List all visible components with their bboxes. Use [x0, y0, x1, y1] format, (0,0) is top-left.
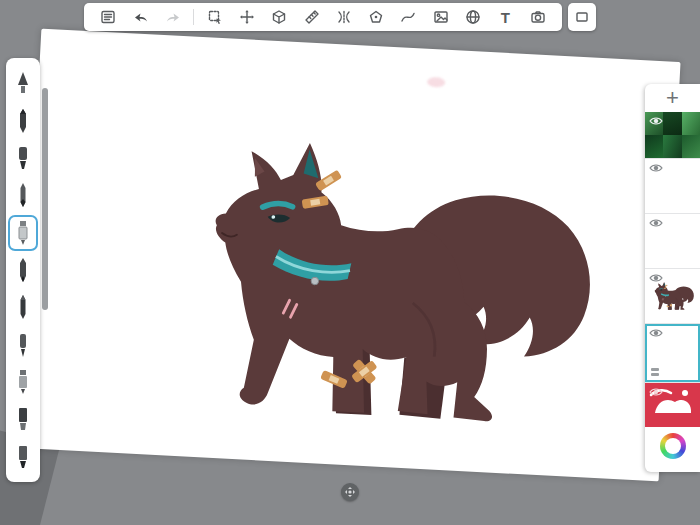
import-image-button[interactable] — [429, 5, 453, 29]
text-tool-icon: T — [501, 10, 510, 25]
paint-tube-icon — [16, 220, 30, 246]
perspective-tool-button[interactable] — [461, 5, 485, 29]
airbrush-icon — [16, 70, 30, 96]
redo-icon — [165, 9, 181, 25]
layer-visibility-icon[interactable] — [649, 218, 663, 228]
brush-pen-icon — [16, 369, 30, 395]
toolbar-divider — [193, 9, 194, 25]
sketch-app: T — [0, 0, 700, 525]
perspective-globe-icon — [465, 9, 481, 25]
camera-icon — [530, 9, 546, 25]
layer-visibility-icon[interactable] — [649, 387, 663, 397]
layer-options-icon[interactable] — [650, 367, 660, 377]
symmetry-tool-button[interactable] — [332, 5, 356, 29]
selection-icon — [207, 9, 223, 25]
time-lapse-button[interactable] — [526, 5, 550, 29]
menu-button[interactable] — [96, 5, 120, 29]
top-toolbar: T — [84, 3, 562, 31]
stroke-curve-icon — [400, 9, 416, 25]
fit-canvas-button[interactable] — [568, 3, 596, 31]
image-icon — [433, 9, 449, 25]
drawing-canvas[interactable] — [19, 29, 680, 482]
layer-cat-artwork[interactable] — [645, 268, 700, 323]
layer-visibility-icon[interactable] — [649, 273, 663, 283]
marker-icon — [16, 145, 30, 171]
selection-tool-button[interactable] — [203, 5, 227, 29]
layer-reference-images[interactable] — [645, 112, 700, 158]
color-wheel-button[interactable] — [660, 433, 686, 459]
reference-thumb — [682, 135, 700, 158]
brush-panel — [6, 58, 40, 482]
layer-blank-2[interactable] — [645, 213, 700, 268]
reference-thumb — [663, 112, 681, 135]
fill-icon — [271, 9, 287, 25]
brush-panel-scrollbar[interactable] — [42, 88, 48, 310]
brush-item-6[interactable] — [10, 254, 36, 286]
brush-item-10[interactable] — [10, 403, 36, 435]
shapes-tool-button[interactable] — [364, 5, 388, 29]
reference-thumb — [645, 135, 663, 158]
brush-item-1[interactable] — [10, 67, 36, 99]
brush-item-5-selected[interactable] — [10, 217, 36, 249]
brush-item-2[interactable] — [10, 105, 36, 137]
puck-arrows-icon — [344, 486, 356, 498]
layer-visibility-icon[interactable] — [649, 163, 663, 173]
brush-item-4[interactable] — [10, 179, 36, 211]
color-wheel-row — [645, 427, 700, 465]
reference-thumb — [663, 135, 681, 158]
layers-panel: + — [645, 84, 700, 472]
pencil-icon — [16, 108, 30, 134]
guides-icon — [304, 9, 320, 25]
brush-item-3[interactable] — [10, 142, 36, 174]
brush-item-11[interactable] — [10, 441, 36, 473]
shapes-icon — [368, 9, 384, 25]
transform-tool-button[interactable] — [235, 5, 259, 29]
canvas-smudge — [427, 77, 445, 88]
cat-drawing — [171, 126, 606, 438]
pencil-2-icon — [16, 294, 30, 320]
redo-button[interactable] — [161, 5, 185, 29]
add-layer-button[interactable]: + — [645, 84, 700, 112]
undo-button[interactable] — [129, 5, 153, 29]
text-tool-button[interactable]: T — [493, 5, 517, 29]
chisel-marker-icon — [16, 406, 30, 432]
add-layer-label: + — [666, 87, 679, 109]
canvas-frame-icon — [574, 9, 590, 25]
stroke-style-button[interactable] — [396, 5, 420, 29]
canvas-rotate-puck[interactable] — [341, 483, 359, 501]
undo-icon — [133, 9, 149, 25]
brush-item-8[interactable] — [10, 329, 36, 361]
fill-tool-button[interactable] — [267, 5, 291, 29]
layer-active-selected[interactable] — [645, 323, 700, 382]
brush-item-9[interactable] — [10, 366, 36, 398]
symmetry-icon — [336, 9, 352, 25]
fine-liner-icon — [16, 332, 30, 358]
layer-background-red[interactable] — [645, 382, 700, 427]
reference-thumb — [682, 112, 700, 135]
cat-layer-thumbnail — [650, 281, 696, 311]
layer-visibility-icon[interactable] — [649, 116, 663, 126]
pen-icon — [16, 257, 30, 283]
brush-item-7[interactable] — [10, 291, 36, 323]
guides-tool-button[interactable] — [300, 5, 324, 29]
ink-pen-icon — [16, 182, 30, 208]
menu-icon — [100, 9, 116, 25]
layer-blank-1[interactable] — [645, 158, 700, 213]
transform-icon — [239, 9, 255, 25]
chisel-marker-2-icon — [16, 444, 30, 470]
layer-visibility-icon[interactable] — [649, 328, 663, 338]
